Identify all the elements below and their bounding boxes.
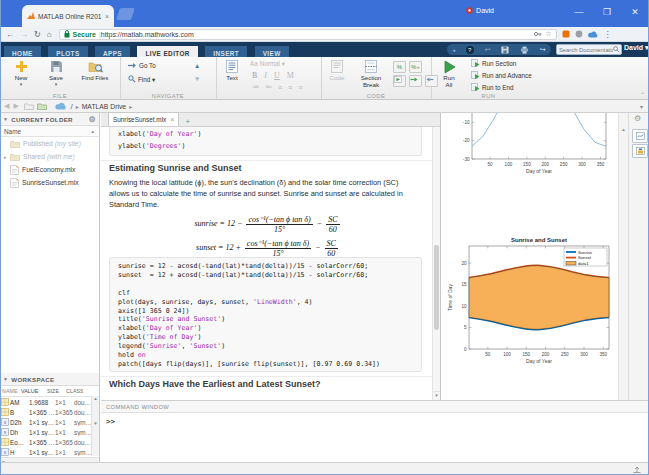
help-icon[interactable]: ?: [466, 46, 474, 54]
editor-scrollbar-thumb[interactable]: [434, 245, 439, 330]
workspace-header[interactable]: ▼ WORKSPACE: [0, 373, 99, 386]
minimize-button[interactable]: —: [565, 0, 593, 27]
workspace-row[interactable]: sDh1×1 sy…1×1sym…: [0, 427, 92, 437]
address-bar[interactable]: Secure | https://matlab.mathworks.com ☆: [59, 29, 557, 40]
command-prompt[interactable]: >>: [101, 413, 649, 426]
tab-close-icon[interactable]: ×: [105, 13, 109, 20]
undo-icon[interactable]: ↩: [484, 46, 490, 54]
workspace-vscrollbar[interactable]: ▲▼: [91, 396, 99, 456]
extension-icon-1[interactable]: [562, 30, 570, 38]
run-advance-button[interactable]: Run and Advance: [471, 71, 532, 79]
italic-button[interactable]: I: [264, 71, 267, 80]
file-item-sunrisesunset[interactable]: SunriseSunset.mlx: [0, 176, 99, 189]
editor-tab-close-icon[interactable]: ×: [170, 116, 174, 123]
extension-icon-2[interactable]: [575, 30, 583, 38]
editor-tab-sunrisesunset[interactable]: SunriseSunset.mlx ×: [108, 112, 179, 126]
indent-right-icon[interactable]: [409, 75, 422, 87]
collapse-triangle-icon[interactable]: ▼: [3, 116, 8, 122]
dock-panel-icon[interactable]: [633, 466, 641, 473]
run-to-end-button[interactable]: Run to End: [471, 83, 514, 91]
name-column-header[interactable]: Name ▲: [0, 126, 99, 137]
search-icon[interactable]: [613, 46, 620, 53]
bullet-list-icon[interactable]: ≔: [252, 83, 259, 91]
scroll-down-icon[interactable]: ▼: [433, 391, 440, 400]
folder-up-icon[interactable]: [24, 102, 34, 110]
breadcrumb-root[interactable]: /: [71, 103, 73, 110]
save-figure-button[interactable]: [632, 144, 648, 158]
browser-tab[interactable]: MATLAB Online R2017b ×: [22, 5, 114, 27]
align-center-icon[interactable]: ≡: [288, 84, 292, 91]
run-section-mini-icon[interactable]: [393, 75, 406, 87]
find-button[interactable]: Find ▾: [128, 75, 155, 83]
new-tab-button[interactable]: [116, 8, 135, 20]
text-style-dropdown[interactable]: AaNormal ▾: [250, 60, 285, 67]
reload-icon[interactable]: ↻: [34, 30, 41, 39]
back-icon[interactable]: ←: [6, 30, 14, 39]
code-block-main[interactable]: sunrise = 12 - acosd(-tand(lat)*tand(del…: [109, 257, 422, 372]
workspace-row[interactable]: Eo…1×365 …1×365dou…: [0, 437, 92, 447]
maximize-button[interactable]: ❐: [593, 0, 621, 27]
current-folder-header[interactable]: ▼ CURRENT FOLDER ⚙: [0, 113, 99, 126]
toolstrip-collapse-icon[interactable]: ⌃: [640, 91, 645, 98]
key-icon[interactable]: [534, 31, 542, 37]
save-button[interactable]: Save▾: [40, 59, 72, 87]
qat-collapse-icon[interactable]: ◂: [452, 47, 455, 53]
sort-asc-icon[interactable]: ▲: [91, 129, 95, 134]
share-icon[interactable]: ↪: [540, 46, 546, 54]
text-button[interactable]: Text: [219, 59, 245, 81]
workspace-row[interactable]: sD2h1×1 sy…1×1sym…: [0, 417, 92, 427]
print-icon[interactable]: [520, 46, 529, 54]
section-break-button[interactable]: Section Break: [353, 59, 389, 88]
run-section-button[interactable]: Run Section: [471, 59, 516, 67]
browse-folder-icon[interactable]: [37, 102, 47, 110]
bold-button[interactable]: B: [252, 71, 257, 80]
code-button[interactable]: Code: [324, 59, 350, 81]
figure-panel-scrollbar[interactable]: ▲: [618, 113, 628, 400]
home-icon[interactable]: ⌂: [47, 30, 52, 39]
code-block-partial[interactable]: xlabel('Day of Year')ylabel('Degrees'): [109, 127, 422, 156]
underline-button[interactable]: U: [274, 71, 280, 80]
figure-declination[interactable]: 50100150200250300350-30-20-100102030Day …: [446, 113, 614, 193]
workspace-row[interactable]: AM1.96881×1dou…: [0, 397, 92, 407]
forward-icon[interactable]: →: [20, 30, 28, 39]
collapse-triangle-icon[interactable]: ▼: [3, 376, 8, 382]
comment-star-icon[interactable]: %★: [409, 61, 422, 73]
align-left-icon[interactable]: ≡: [278, 84, 282, 91]
breadcrumb-back-icon[interactable]: ◀: [4, 102, 9, 110]
folder-item-shared[interactable]: ▸ Shared (with me): [0, 150, 99, 163]
monospace-button[interactable]: M: [287, 71, 294, 80]
new-button[interactable]: New▾: [5, 59, 37, 87]
breadcrumb-matlab-drive[interactable]: MATLAB Drive: [82, 103, 126, 110]
document-area[interactable]: xlabel('Day of Year')ylabel('Degrees') E…: [101, 127, 432, 400]
comment-icon[interactable]: %: [393, 61, 406, 73]
doc-search-input[interactable]: [557, 47, 613, 53]
doc-search-box[interactable]: [556, 44, 622, 55]
numbered-list-icon[interactable]: ≕: [265, 83, 272, 91]
editor-new-tab-icon[interactable]: +: [185, 117, 190, 126]
bookmark-star-icon[interactable]: ☆: [545, 30, 551, 38]
command-window-header[interactable]: COMMAND WINDOW: [101, 401, 649, 413]
find-files-button[interactable]: Find Files: [74, 59, 116, 81]
run-all-button[interactable]: Run All: [434, 59, 464, 88]
workspace-columns[interactable]: NAME VALUE SIZE CLASS: [0, 386, 99, 397]
user-menu[interactable]: David ▾: [624, 44, 649, 52]
figure-gear-icon[interactable]: ⚙: [634, 114, 641, 123]
file-item-fueleconomy[interactable]: FuelEconomy.mlx: [0, 163, 99, 176]
workspace-row[interactable]: B1×365 …1×365dou…: [0, 407, 92, 417]
scroll-up-icon[interactable]: ▲: [619, 127, 628, 132]
up-arrow-button[interactable]: ▲: [194, 62, 200, 69]
qat-save-icon[interactable]: [501, 46, 509, 54]
editor-scrollbar[interactable]: ▼: [432, 127, 440, 400]
breadcrumb-forward-icon[interactable]: ▶: [13, 102, 18, 110]
folder-item-published[interactable]: Published (my site): [0, 137, 99, 150]
gear-icon[interactable]: ⚙: [89, 115, 96, 124]
workspace-row[interactable]: sH1×1 sy…1×1sym…: [0, 447, 92, 457]
figure-sunrise-sunset[interactable]: 5010015020025030035005101520Sunrise and …: [445, 233, 617, 373]
breadcrumb-overflow-icon[interactable]: ▾: [640, 103, 643, 110]
align-right-icon[interactable]: ≡: [298, 84, 302, 91]
open-figure-button[interactable]: [632, 129, 648, 143]
goto-button[interactable]: Go To: [128, 62, 156, 69]
browser-profile[interactable]: David: [466, 7, 494, 14]
browser-menu-icon[interactable]: ⋮: [604, 30, 612, 39]
close-button[interactable]: ✕: [621, 0, 649, 27]
